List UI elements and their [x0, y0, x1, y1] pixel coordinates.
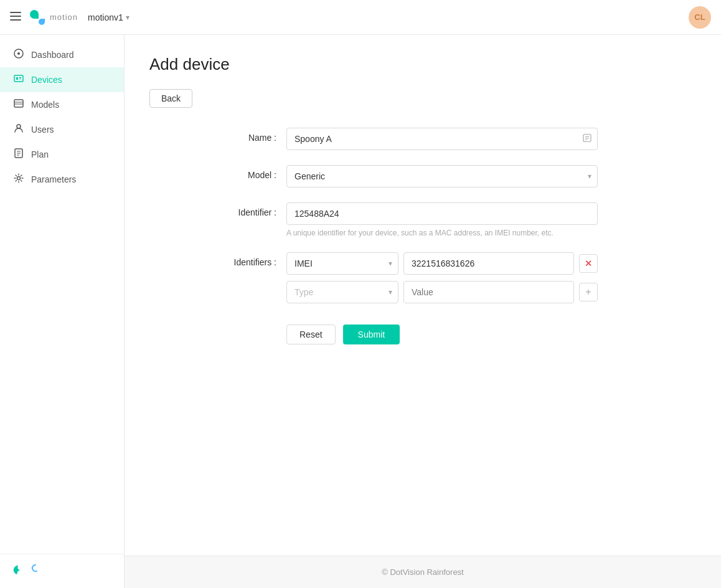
models-icon	[12, 98, 25, 111]
svg-point-17	[17, 177, 21, 180]
sidebar-item-dashboard[interactable]: Dashboard	[0, 42, 124, 67]
sidebar-nav: Dashboard Devices	[0, 35, 124, 554]
identifier-remove-button-0[interactable]: ✕	[579, 254, 598, 273]
name-input[interactable]	[286, 128, 598, 150]
form-actions: Reset Submit	[286, 325, 598, 344]
sidebar-item-parameters[interactable]: Parameters	[0, 167, 124, 192]
svg-rect-9	[14, 100, 23, 107]
identifier-entry-0: IMEI MAC Serial ▾ ✕	[286, 252, 598, 275]
workspace-selector[interactable]: motionv1 ▾	[88, 12, 130, 22]
sidebar-item-devices-label: Devices	[31, 75, 62, 85]
name-input-wrapper	[286, 128, 598, 150]
model-select[interactable]: Generic Custom Standard	[286, 165, 598, 187]
svg-point-4	[17, 52, 20, 55]
svg-rect-7	[19, 77, 21, 78]
name-row: Name :	[224, 128, 598, 150]
sidebar-item-users[interactable]: Users	[0, 117, 124, 142]
add-icon: +	[585, 287, 591, 298]
app-name: motion	[50, 12, 78, 22]
sidebar-item-models-label: Models	[31, 100, 59, 110]
sidebar-item-parameters-label: Parameters	[31, 174, 76, 184]
identifiers-section: IMEI MAC Serial ▾ ✕	[286, 252, 598, 310]
remove-icon: ✕	[585, 258, 592, 268]
sidebar-bottom-icon2[interactable]	[31, 564, 40, 578]
model-row: Model : Generic Custom Standard ▾	[224, 165, 598, 187]
sidebar-bottom	[0, 554, 124, 588]
svg-rect-8	[19, 80, 21, 80]
identifiers-row: Identifiers : IMEI MAC Serial ▾	[224, 252, 598, 310]
identifier-hint: A unique identifier for your device, suc…	[286, 229, 598, 237]
sidebar-item-models[interactable]: Models	[0, 92, 124, 117]
footer-text: © DotVision Rainforest	[382, 567, 463, 577]
name-control	[286, 128, 598, 150]
svg-point-12	[17, 125, 21, 128]
workspace-chevron-icon: ▾	[126, 13, 130, 22]
main-layout: Dashboard Devices	[0, 35, 721, 588]
dashboard-icon	[12, 49, 25, 61]
identifier-type-wrapper-0: IMEI MAC Serial ▾	[286, 252, 398, 275]
logo-area: motion	[29, 9, 78, 26]
workspace-name: motionv1	[88, 12, 123, 22]
sidebar-item-dashboard-label: Dashboard	[31, 50, 74, 60]
parameters-icon	[12, 173, 25, 186]
sidebar-item-users-label: Users	[31, 125, 54, 135]
sidebar-bottom-icon1[interactable]	[12, 564, 24, 578]
identifier-control: A unique identifier for your device, suc…	[286, 202, 598, 237]
main-content: Add device Back Name :	[125, 35, 721, 588]
identifier-type-new-select[interactable]: Type IMEI MAC Serial	[286, 281, 398, 303]
menu-icon[interactable]	[10, 11, 21, 24]
add-device-form: Name :	[224, 128, 598, 344]
logo-icon	[29, 9, 46, 26]
identifier-input[interactable]	[286, 202, 598, 225]
avatar[interactable]: CL	[689, 6, 711, 29]
svg-rect-1	[10, 16, 21, 17]
reset-button[interactable]: Reset	[286, 325, 336, 344]
model-label: Model :	[224, 165, 286, 180]
users-icon	[12, 123, 25, 136]
svg-rect-6	[16, 77, 18, 80]
sidebar-item-plan[interactable]: Plan	[0, 142, 124, 167]
identifier-row: Identifier : A unique identifier for you…	[224, 202, 598, 237]
back-button[interactable]: Back	[149, 89, 192, 108]
footer: © DotVision Rainforest	[125, 556, 721, 588]
identifiers-label: Identifiers :	[224, 252, 286, 267]
submit-button[interactable]: Submit	[343, 325, 400, 344]
svg-rect-0	[10, 12, 21, 13]
sidebar-item-plan-label: Plan	[31, 149, 49, 159]
svg-rect-5	[14, 75, 23, 82]
sidebar-item-devices[interactable]: Devices	[0, 67, 124, 92]
identifier-type-new-wrapper: Type IMEI MAC Serial ▾	[286, 281, 398, 303]
identifier-type-select-0[interactable]: IMEI MAC Serial	[286, 252, 398, 275]
identifier-label: Identifier :	[224, 202, 286, 217]
identifier-add-button[interactable]: +	[579, 283, 598, 301]
name-label: Name :	[224, 128, 286, 143]
devices-icon	[12, 74, 25, 86]
page-body: Add device Back Name :	[125, 35, 721, 556]
identifier-entry-new: Type IMEI MAC Serial ▾ +	[286, 281, 598, 303]
plan-icon	[12, 148, 25, 161]
model-control: Generic Custom Standard ▾	[286, 165, 598, 187]
sidebar: Dashboard Devices	[0, 35, 125, 588]
name-input-icon	[583, 134, 591, 145]
model-select-wrapper: Generic Custom Standard ▾	[286, 165, 598, 187]
identifier-value-new-input[interactable]	[403, 281, 574, 303]
page-title: Add device	[149, 55, 696, 74]
topbar: motion motionv1 ▾ CL	[0, 0, 721, 35]
svg-rect-2	[10, 19, 21, 21]
identifier-value-input-0[interactable]	[403, 252, 574, 275]
